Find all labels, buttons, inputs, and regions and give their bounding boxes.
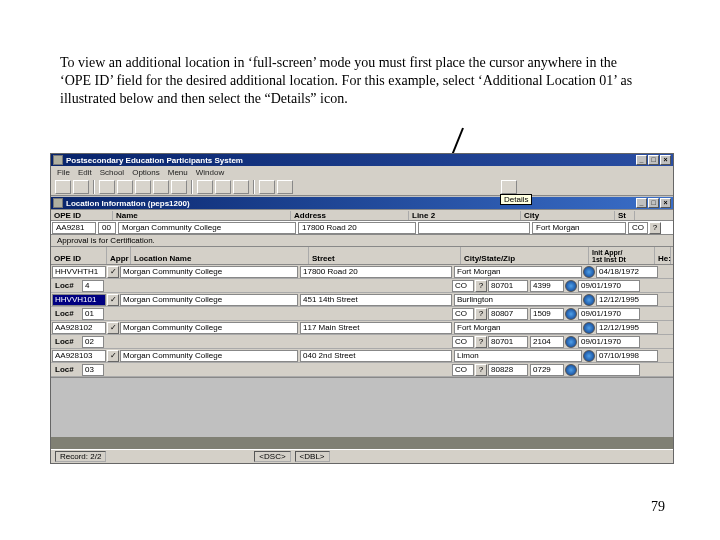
toolbar-btn-2[interactable]: [73, 180, 89, 194]
location-name-field[interactable]: Morgan Community College: [120, 266, 298, 278]
city-field[interactable]: Fort Morgan: [454, 322, 582, 334]
top-grid-row: AA9281 00 Morgan Community College 17800…: [51, 221, 673, 235]
location-row-2: Loc#01CO?80807150909/01/1970: [51, 307, 673, 321]
state-field[interactable]: CO: [452, 336, 474, 348]
zip-help-button[interactable]: ?: [475, 336, 487, 348]
app-sysmenu-icon[interactable]: [53, 155, 63, 165]
globe-icon-2[interactable]: [565, 336, 577, 348]
zip2-field[interactable]: 1509: [530, 308, 564, 320]
ope-id-field[interactable]: HHVVHTH1: [52, 266, 106, 278]
ope-id-field[interactable]: AA928103: [52, 350, 106, 362]
street-field[interactable]: 17800 Road 20: [300, 266, 452, 278]
menu-menu[interactable]: Menu: [168, 168, 188, 177]
loc-number-field[interactable]: 02: [82, 336, 104, 348]
toolbar-btn-12[interactable]: [277, 180, 293, 194]
toolbar-btn-9[interactable]: [215, 180, 231, 194]
appr-checkbox[interactable]: ✓: [107, 350, 119, 362]
zip1-field[interactable]: 80701: [488, 280, 528, 292]
state-field[interactable]: CO: [452, 308, 474, 320]
toolbar-btn-5[interactable]: [135, 180, 151, 194]
globe-icon[interactable]: [583, 266, 595, 278]
doc-sysmenu-icon[interactable]: [53, 198, 63, 208]
globe-icon-2[interactable]: [565, 308, 577, 320]
toolbar-btn-10[interactable]: [233, 180, 249, 194]
minimize-button[interactable]: _: [636, 155, 647, 165]
top-ope[interactable]: AA9281: [52, 222, 96, 234]
maximize-button[interactable]: □: [648, 155, 659, 165]
col-name: Name: [113, 211, 291, 220]
loc-label: Loc#: [52, 336, 80, 348]
zip1-field[interactable]: 80701: [488, 336, 528, 348]
location-name-field[interactable]: Morgan Community College: [120, 350, 298, 362]
top-address[interactable]: 17800 Road 20: [298, 222, 416, 234]
inst-date-field[interactable]: 09/01/1970: [578, 308, 640, 320]
status-mode-2: <DBL>: [295, 451, 330, 462]
init-appr-date[interactable]: 12/12/1995: [596, 294, 658, 306]
init-appr-date[interactable]: 07/10/1998: [596, 350, 658, 362]
status-record: Record: 2/2: [55, 451, 106, 462]
doc-minimize-button[interactable]: _: [636, 198, 647, 208]
toolbar-btn-6[interactable]: [153, 180, 169, 194]
toolbar-btn-7[interactable]: [171, 180, 187, 194]
location-name-field[interactable]: Morgan Community College: [120, 322, 298, 334]
loc-number-field[interactable]: 4: [82, 280, 104, 292]
street-field[interactable]: 040 2nd Street: [300, 350, 452, 362]
city-field[interactable]: Burlington: [454, 294, 582, 306]
zip1-field[interactable]: 80807: [488, 308, 528, 320]
zip2-field[interactable]: 4399: [530, 280, 564, 292]
loc-label: Loc#: [52, 280, 80, 292]
col-line2: Line 2: [409, 211, 521, 220]
loc-number-field[interactable]: 01: [82, 308, 104, 320]
zip1-field[interactable]: 80828: [488, 364, 528, 376]
menu-options[interactable]: Options: [132, 168, 160, 177]
zip-help-button[interactable]: ?: [475, 308, 487, 320]
zip-lookup-button[interactable]: ?: [649, 222, 661, 234]
appr-checkbox[interactable]: ✓: [107, 322, 119, 334]
toolbar-btn-4[interactable]: [117, 180, 133, 194]
globe-icon[interactable]: [583, 350, 595, 362]
top-city[interactable]: Fort Morgan: [532, 222, 626, 234]
street-field[interactable]: 451 14th Street: [300, 294, 452, 306]
inst-date-field[interactable]: 09/01/1970: [578, 336, 640, 348]
init-appr-date[interactable]: 04/18/1972: [596, 266, 658, 278]
menu-edit[interactable]: Edit: [78, 168, 92, 177]
toolbar-btn-11[interactable]: [259, 180, 275, 194]
appr-checkbox[interactable]: ✓: [107, 294, 119, 306]
loc-number-field[interactable]: 03: [82, 364, 104, 376]
zip2-field[interactable]: 0729: [530, 364, 564, 376]
ope-id-field[interactable]: HHVVH101: [52, 294, 106, 306]
doc-close-button[interactable]: ×: [660, 198, 671, 208]
inst-date-field[interactable]: 09/01/1970: [578, 280, 640, 292]
globe-icon-2[interactable]: [565, 280, 577, 292]
state-field[interactable]: CO: [452, 280, 474, 292]
subcol-appr: Appr: [107, 247, 131, 264]
ope-id-field[interactable]: AA928102: [52, 322, 106, 334]
globe-icon-2[interactable]: [565, 364, 577, 376]
top-line2[interactable]: [418, 222, 530, 234]
state-field[interactable]: CO: [452, 364, 474, 376]
appr-checkbox[interactable]: ✓: [107, 266, 119, 278]
city-field[interactable]: Fort Morgan: [454, 266, 582, 278]
top-state[interactable]: CO: [628, 222, 648, 234]
zip-help-button[interactable]: ?: [475, 364, 487, 376]
top-branch[interactable]: 00: [98, 222, 116, 234]
toolbar-btn-8[interactable]: [197, 180, 213, 194]
inst-date-field[interactable]: [578, 364, 640, 376]
city-field[interactable]: Limon: [454, 350, 582, 362]
doc-maximize-button[interactable]: □: [648, 198, 659, 208]
menu-school[interactable]: School: [100, 168, 124, 177]
menu-file[interactable]: File: [57, 168, 70, 177]
zip-help-button[interactable]: ?: [475, 280, 487, 292]
toolbar-btn-3[interactable]: [99, 180, 115, 194]
street-field[interactable]: 117 Main Street: [300, 322, 452, 334]
zip2-field[interactable]: 2104: [530, 336, 564, 348]
close-button[interactable]: ×: [660, 155, 671, 165]
menu-window[interactable]: Window: [196, 168, 224, 177]
location-name-field[interactable]: Morgan Community College: [120, 294, 298, 306]
globe-icon[interactable]: [583, 322, 595, 334]
toolbar-btn-1[interactable]: [55, 180, 71, 194]
globe-icon[interactable]: [583, 294, 595, 306]
details-button[interactable]: Details: [501, 180, 517, 194]
top-name[interactable]: Morgan Community College: [118, 222, 296, 234]
init-appr-date[interactable]: 12/12/1995: [596, 322, 658, 334]
